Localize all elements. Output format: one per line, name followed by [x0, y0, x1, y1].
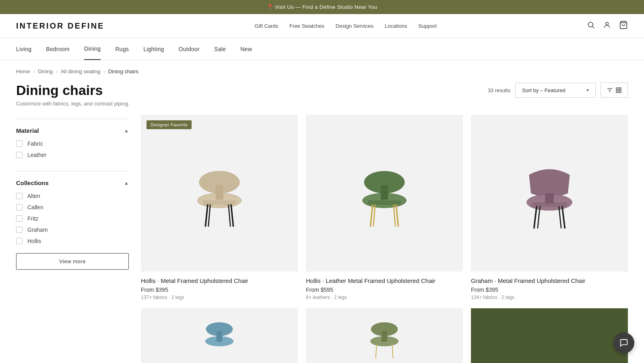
svg-line-15 — [205, 205, 207, 226]
svg-rect-12 — [203, 182, 236, 185]
fritz-label: Fritz — [27, 215, 38, 222]
material-filter-section: Material ▲ Fabric Leather — [16, 119, 129, 171]
nav-living[interactable]: Living — [16, 39, 31, 60]
design-services-link[interactable]: Design Services — [336, 23, 374, 29]
nav-new[interactable]: New — [240, 39, 252, 60]
header-links: Gift Cards Free Swatches Design Services… — [255, 23, 437, 29]
svg-rect-8 — [619, 88, 621, 90]
product-price-2: From $595 — [306, 287, 463, 293]
fabric-label: Fabric — [27, 140, 43, 147]
collections-filter-section: Collections ▲ Alten Callen Fritz Graham — [16, 171, 129, 278]
fabric-checkbox[interactable] — [16, 140, 23, 147]
chat-button[interactable] — [613, 332, 634, 353]
product-image-6 — [471, 308, 628, 363]
view-more-button[interactable]: View more — [16, 253, 129, 270]
sidebar: Material ▲ Fabric Leather Collections ▲ … — [16, 115, 129, 363]
svg-rect-37 — [208, 329, 230, 331]
svg-line-45 — [392, 344, 393, 358]
collections-filter-header[interactable]: Collections ▲ — [16, 179, 129, 186]
product-image-4 — [141, 308, 298, 363]
gift-cards-link[interactable]: Gift Cards — [255, 23, 279, 29]
svg-line-24 — [370, 205, 372, 226]
breadcrumb-sep-1: › — [33, 69, 35, 74]
product-meta-3: 134+ fabrics · 2 legs — [471, 295, 628, 300]
svg-line-26 — [374, 205, 376, 226]
filter-option-graham[interactable]: Graham — [16, 227, 129, 233]
product-image-1: Designer Favorite — [141, 115, 298, 272]
filter-option-leather[interactable]: Leather — [16, 152, 129, 158]
account-icon[interactable] — [603, 21, 611, 31]
material-filter-header[interactable]: Material ▲ — [16, 127, 129, 134]
main-content: Material ▲ Fabric Leather Collections ▲ … — [0, 115, 644, 363]
nav-bedroom[interactable]: Bedroom — [46, 39, 70, 60]
breadcrumb-dining[interactable]: Dining — [38, 68, 53, 74]
graham-checkbox[interactable] — [16, 227, 23, 233]
product-image-2 — [306, 115, 463, 272]
locations-link[interactable]: Locations — [385, 23, 407, 29]
material-filter-title: Material — [16, 127, 39, 134]
cart-icon[interactable] — [619, 21, 628, 31]
banner-text: Visit Us — Find a Define Studio Near You — [275, 4, 378, 10]
support-link[interactable]: Support — [418, 23, 437, 29]
svg-line-33 — [562, 207, 565, 228]
nav-lighting[interactable]: Lighting — [143, 39, 164, 60]
product-grid: Designer Favorite — [141, 115, 628, 363]
pin-icon: 📍 — [267, 4, 273, 10]
nav-rugs[interactable]: Rugs — [115, 39, 129, 60]
svg-point-2 — [606, 22, 609, 25]
breadcrumb-home[interactable]: Home — [16, 68, 30, 74]
nav-outdoor[interactable]: Outdoor — [179, 39, 200, 60]
svg-rect-28 — [381, 185, 388, 200]
product-price-1: From $395 — [141, 287, 298, 293]
svg-rect-7 — [616, 88, 618, 90]
callen-checkbox[interactable] — [16, 204, 23, 210]
filter-option-callen[interactable]: Callen — [16, 204, 129, 210]
alten-label: Alten — [27, 193, 40, 199]
svg-rect-19 — [216, 185, 223, 200]
filter-option-hollis[interactable]: Hollis — [16, 238, 129, 244]
product-card-5[interactable] — [306, 308, 463, 363]
product-card-6[interactable] — [471, 308, 628, 363]
svg-line-25 — [396, 205, 398, 226]
fritz-checkbox[interactable] — [16, 215, 23, 222]
svg-rect-41 — [374, 329, 395, 331]
nav-dining[interactable]: Dining — [84, 38, 101, 60]
page-title: Dining chairs — [16, 82, 130, 98]
filter-option-fritz[interactable]: Fritz — [16, 215, 129, 222]
chevron-down-icon: ▾ — [586, 87, 589, 93]
page-title-area: Dining chairs Customize with fabrics, le… — [16, 82, 130, 107]
svg-rect-10 — [619, 91, 621, 93]
svg-line-16 — [231, 205, 233, 226]
product-image-3 — [471, 115, 628, 272]
product-card-1[interactable]: Designer Favorite — [141, 115, 298, 300]
product-card-4[interactable] — [141, 308, 298, 363]
hollis-label: Hollis — [27, 238, 41, 244]
sort-dropdown[interactable]: Sort by – Featured ▾ — [515, 83, 596, 98]
collections-filter-chevron: ▲ — [124, 180, 129, 186]
breadcrumb-all-seating[interactable]: All dining seating — [61, 68, 100, 74]
product-name-3: Graham · Metal Framed Upholstered Chair — [471, 277, 628, 284]
product-name-2: Hollis · Leather Metal Framed Upholstere… — [306, 277, 463, 284]
product-card-2[interactable]: Hollis · Leather Metal Framed Upholstere… — [306, 115, 463, 300]
svg-line-32 — [534, 207, 537, 228]
product-price-3: From $395 — [471, 287, 628, 293]
svg-rect-31 — [545, 193, 554, 203]
product-card-3[interactable]: Graham · Metal Framed Upholstered Chair … — [471, 115, 628, 300]
leather-checkbox[interactable] — [16, 152, 23, 158]
svg-line-34 — [538, 207, 540, 228]
main-nav: Living Bedroom Dining Rugs Lighting Outd… — [0, 38, 644, 60]
sort-area: 33 results Sort by – Featured ▾ — [488, 82, 628, 98]
hollis-checkbox[interactable] — [16, 238, 23, 244]
svg-line-35 — [559, 207, 561, 228]
svg-line-17 — [208, 205, 211, 226]
product-badge-1: Designer Favorite — [147, 120, 192, 129]
search-icon[interactable] — [587, 21, 595, 31]
filter-view-toggle[interactable] — [601, 82, 628, 98]
logo[interactable]: INTERIOR DEFINE — [16, 21, 104, 31]
product-meta-1: 137+ fabrics · 2 legs — [141, 295, 298, 300]
free-swatches-link[interactable]: Free Swatches — [289, 23, 324, 29]
filter-option-alten[interactable]: Alten — [16, 193, 129, 199]
filter-option-fabric[interactable]: Fabric — [16, 140, 129, 147]
nav-sale[interactable]: Sale — [214, 39, 226, 60]
alten-checkbox[interactable] — [16, 193, 23, 199]
